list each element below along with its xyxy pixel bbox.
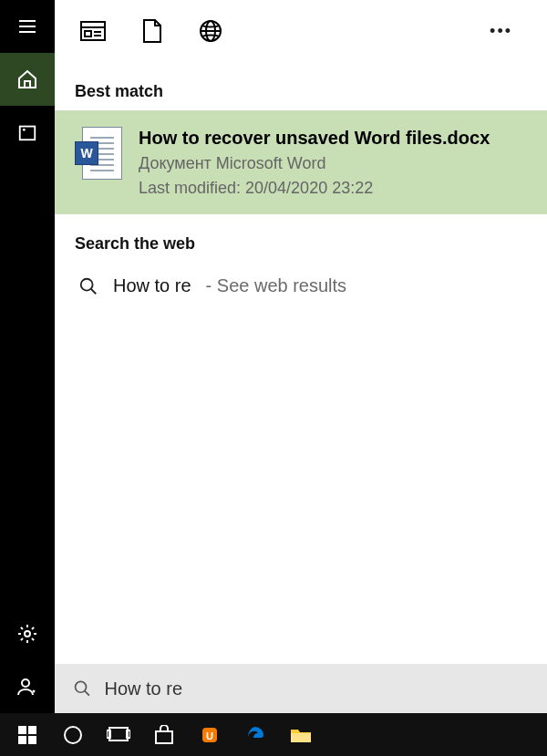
store-button[interactable] (144, 717, 184, 753)
search-box[interactable] (55, 664, 547, 713)
browser-button[interactable]: U (190, 717, 230, 753)
user-icon (16, 676, 38, 698)
results-blank-area (55, 309, 547, 664)
svg-rect-0 (20, 127, 36, 140)
best-match-subtitle: Документ Microsoft Word (139, 154, 490, 173)
filter-web-button[interactable] (199, 19, 222, 43)
word-document-icon: W (75, 127, 122, 181)
edge-button[interactable] (235, 717, 275, 753)
svg-rect-7 (85, 31, 91, 36)
best-match-result[interactable]: W How to recover unsaved Word files.docx… (55, 110, 547, 214)
svg-rect-17 (18, 726, 26, 734)
svg-point-2 (25, 631, 30, 637)
home-icon (16, 68, 38, 90)
search-input[interactable] (104, 678, 529, 699)
search-sidebar (0, 0, 55, 713)
taskbar: U (0, 713, 547, 756)
document-icon (142, 18, 162, 44)
svg-rect-22 (109, 728, 128, 740)
web-result-row[interactable]: How to re - See web results (55, 263, 547, 309)
photos-icon (17, 122, 37, 142)
windows-icon (18, 726, 36, 744)
svg-line-16 (85, 691, 89, 696)
cortana-button[interactable] (53, 717, 93, 753)
svg-rect-18 (28, 726, 36, 734)
svg-point-13 (81, 278, 93, 290)
news-icon (80, 20, 106, 42)
menu-icon (16, 16, 38, 37)
svg-point-1 (23, 129, 26, 131)
scope-photos-button[interactable] (0, 106, 55, 159)
section-best-match-label: Best match (55, 62, 547, 110)
scope-home-button[interactable] (0, 53, 55, 106)
web-query-text: How to re (113, 275, 191, 296)
svg-line-14 (91, 288, 97, 294)
svg-point-3 (22, 679, 29, 687)
svg-point-4 (33, 690, 36, 693)
svg-rect-20 (28, 736, 36, 744)
more-options-button[interactable]: ••• (490, 22, 512, 41)
edge-icon (245, 725, 265, 745)
filter-all-button[interactable] (80, 20, 106, 42)
browser-icon: U (200, 725, 220, 745)
filter-bar: ••• (55, 0, 547, 62)
section-web-label: Search the web (55, 214, 547, 263)
folder-icon (290, 726, 312, 744)
svg-point-21 (65, 727, 81, 743)
file-explorer-button[interactable] (281, 717, 321, 753)
store-icon (154, 725, 174, 745)
account-button[interactable] (0, 660, 55, 713)
start-button[interactable] (7, 717, 47, 753)
svg-text:U: U (206, 730, 213, 741)
filter-documents-button[interactable] (142, 18, 162, 44)
search-icon (73, 678, 91, 699)
taskview-button[interactable] (98, 717, 139, 753)
settings-button[interactable] (0, 607, 55, 660)
cortana-icon (63, 725, 83, 745)
svg-rect-28 (291, 733, 311, 742)
svg-rect-19 (18, 736, 26, 744)
search-icon (78, 276, 98, 296)
web-hint-text: - See web results (206, 275, 347, 296)
hamburger-button[interactable] (0, 0, 55, 53)
taskview-icon (107, 726, 130, 744)
gear-icon (16, 623, 38, 645)
best-match-text: How to recover unsaved Word files.docx Д… (139, 127, 490, 198)
svg-point-15 (76, 681, 87, 692)
best-match-meta: Last modified: 20/04/2020 23:22 (139, 179, 490, 198)
svg-rect-25 (156, 731, 172, 743)
best-match-title: How to recover unsaved Word files.docx (139, 127, 490, 149)
globe-icon (199, 19, 222, 43)
search-panel: ••• Best match W How to recover unsaved … (55, 0, 547, 713)
